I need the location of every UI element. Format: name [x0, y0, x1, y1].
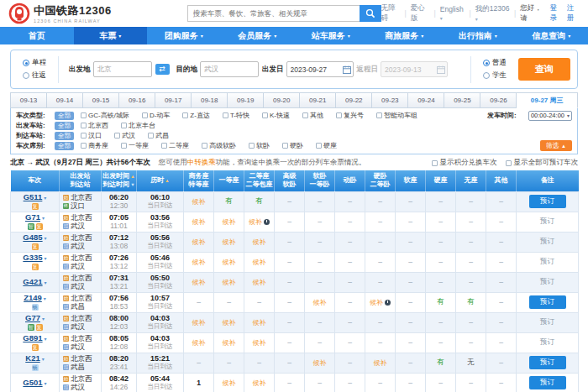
filter-option[interactable]: GC-高铁/城际 — [81, 111, 129, 120]
nav-item-tickets[interactable]: 车票▾ — [74, 27, 148, 44]
seat-waitlist[interactable]: 候补 — [192, 279, 206, 286]
filter-option[interactable]: 智能动车组 — [376, 111, 417, 120]
col-header-3[interactable]: 出发时间▲到达时间▼ — [102, 170, 137, 191]
register-link[interactable]: 注册 — [567, 3, 580, 24]
query-button[interactable]: 查询 — [518, 58, 570, 81]
accessibility-link[interactable]: 无障碍 — [381, 3, 401, 24]
swap-stations-icon[interactable]: ⇄ — [155, 64, 170, 75]
book-button-disabled[interactable]: 预订 — [540, 237, 554, 245]
train-link-G77[interactable]: G77 — [25, 313, 40, 322]
depart-time-select[interactable]: 00:00-24:00▾ — [528, 111, 572, 121]
expand-row-icon[interactable]: ▾ — [44, 296, 46, 301]
filter-collapse-button[interactable]: 筛选 ▲ — [540, 140, 572, 151]
train-link-G501[interactable]: G501 — [23, 378, 42, 387]
filter-all-chip-train-type[interactable]: 全部 — [55, 112, 74, 120]
nav-item-business[interactable]: 商旅服务▾ — [368, 27, 442, 44]
expand-row-icon[interactable]: ▾ — [45, 337, 47, 342]
search-button[interactable] — [360, 5, 381, 22]
seat-waitlist[interactable]: 候补 — [223, 319, 236, 327]
filter-all-chip-arrive-station[interactable]: 全部 — [55, 132, 74, 140]
filter-option[interactable]: 武汉 — [114, 131, 135, 140]
date-tab-09-21[interactable]: 09-21 — [300, 92, 336, 108]
date-tab-09-16[interactable]: 09-16 — [119, 92, 155, 108]
to-station-input[interactable] — [200, 61, 259, 77]
from-station-input[interactable] — [93, 61, 152, 77]
student-passenger-radio[interactable]: 学生 — [483, 71, 507, 81]
book-button[interactable]: 预订 — [529, 356, 566, 369]
book-button-disabled[interactable]: 预订 — [540, 337, 554, 346]
normal-passenger-radio[interactable]: 普通 — [483, 58, 507, 68]
expand-row-icon[interactable]: ▾ — [42, 216, 45, 221]
train-link-G71[interactable]: G71 — [25, 212, 40, 222]
filter-all-chip-seat-class[interactable]: 全部 — [55, 142, 74, 150]
expand-row-icon[interactable]: ▾ — [45, 280, 47, 285]
date-tab-09-22[interactable]: 09-22 — [336, 92, 372, 108]
my12306-menu[interactable]: 我的12306 ▾ — [475, 4, 510, 23]
seat-waitlist[interactable]: 候补 — [253, 259, 266, 266]
book-button-disabled[interactable]: 预订 — [540, 317, 554, 326]
nav-item-station[interactable]: 站车服务▾ — [294, 27, 368, 44]
book-button[interactable]: 预订 — [529, 376, 566, 389]
train-link-G421[interactable]: G421 — [23, 277, 42, 286]
book-button-disabled[interactable]: 预订 — [540, 257, 554, 265]
seat-waitlist[interactable]: 候补 — [253, 238, 266, 246]
seat-waitlist[interactable]: 候补 — [253, 339, 266, 347]
date-tab-09-17[interactable]: 09-17 — [155, 92, 192, 108]
train-link-Z149[interactable]: Z149 — [24, 293, 42, 302]
roundtrip-radio[interactable]: 往返 — [23, 71, 46, 81]
filter-option[interactable]: 武昌 — [148, 131, 169, 140]
expand-row-icon[interactable]: ▾ — [45, 381, 47, 386]
col-header-4[interactable]: 历时▲ — [137, 170, 184, 191]
nav-item-guide[interactable]: 出行指南▾ — [441, 27, 515, 44]
date-tab-09-20[interactable]: 09-20 — [264, 92, 300, 108]
sort-icon[interactable]: ▲ — [130, 174, 134, 179]
seat-waitlist[interactable]: 候补 — [192, 319, 206, 327]
date-tab-09-25[interactable]: 09-25 — [444, 92, 480, 108]
book-button-disabled[interactable]: 预订 — [540, 277, 554, 285]
filter-option[interactable]: 其他 — [302, 111, 323, 120]
date-tab-active[interactable]: 09-27 周三 — [517, 92, 577, 108]
nav-item-group[interactable]: 团购服务▾ — [147, 27, 221, 44]
seat-waitlist[interactable]: 候补 — [223, 279, 236, 286]
seat-waitlist[interactable]: 候补 — [223, 218, 236, 226]
seat-waitlist[interactable]: 候补 — [192, 218, 206, 226]
seat-waitlist[interactable]: 候补 — [223, 259, 236, 266]
calendar-icon[interactable] — [343, 65, 351, 74]
bookable-only-checkbox[interactable]: 显示全部可预订车次 — [506, 158, 579, 168]
date-tab-09-26[interactable]: 09-26 — [480, 92, 517, 108]
train-link-G335[interactable]: G335 — [23, 253, 42, 262]
sale-reminder-icon[interactable] — [264, 219, 270, 225]
sale-reminder-icon[interactable] — [385, 300, 391, 306]
sort-icon[interactable]: ▲ — [165, 178, 169, 183]
train-link-K21[interactable]: K21 — [25, 353, 39, 363]
seat-waitlist[interactable]: 候补 — [313, 359, 327, 367]
seat-waitlist[interactable]: 候补 — [253, 379, 266, 387]
login-link[interactable]: 登录 — [550, 3, 563, 24]
nav-item-member[interactable]: 会员服务▾ — [221, 27, 295, 44]
expand-row-icon[interactable]: ▾ — [45, 256, 47, 261]
train-link-G891[interactable]: G891 — [23, 333, 42, 342]
english-link[interactable]: English ▾ — [440, 5, 465, 22]
date-tab-09-18[interactable]: 09-18 — [192, 92, 228, 108]
nav-item-home[interactable]: 首页 — [0, 27, 74, 44]
book-button-disabled[interactable]: 预订 — [540, 217, 554, 225]
date-tab-09-14[interactable]: 09-14 — [47, 92, 83, 108]
date-tab-09-23[interactable]: 09-23 — [372, 92, 408, 108]
expand-row-icon[interactable]: ▾ — [42, 316, 45, 321]
filter-option[interactable]: 北京西 — [81, 121, 108, 130]
seat-waitlist[interactable]: 候补 — [192, 198, 206, 206]
train-link-G511[interactable]: G511 — [24, 192, 43, 201]
seat-waitlist[interactable]: 候补 — [192, 339, 206, 347]
date-tab-09-15[interactable]: 09-15 — [83, 92, 119, 108]
seat-waitlist[interactable]: 候补 — [253, 279, 266, 286]
filter-option[interactable]: 商务座 — [81, 141, 108, 150]
seat-waitlist[interactable]: 候补 — [313, 299, 327, 306]
care-version-link[interactable]: 爱心版 — [411, 3, 430, 24]
search-input[interactable] — [187, 5, 360, 22]
expand-row-icon[interactable]: ▾ — [45, 236, 47, 241]
seat-waitlist[interactable]: 候补 — [374, 359, 387, 367]
seat-waitlist[interactable]: 候补 — [192, 259, 206, 266]
points-exchange-checkbox[interactable]: 显示积分兑换车次 — [432, 158, 497, 168]
filter-option[interactable]: K-快速 — [262, 111, 290, 120]
seat-waitlist[interactable]: 候补 — [370, 299, 383, 306]
